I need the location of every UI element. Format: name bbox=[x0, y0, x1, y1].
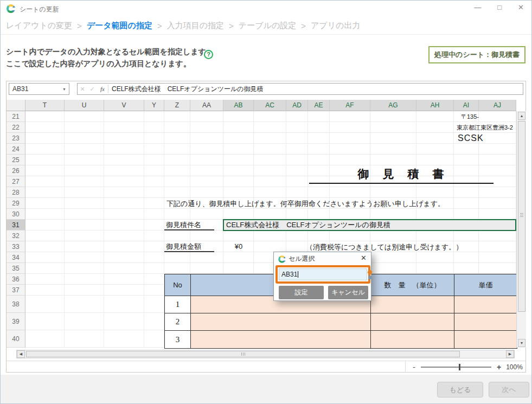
grid-cell[interactable] bbox=[104, 198, 144, 209]
horizontal-scroll-thumb[interactable] bbox=[26, 351, 460, 357]
grid-cell[interactable] bbox=[144, 274, 164, 285]
grid-cell[interactable] bbox=[190, 263, 223, 274]
row-header-31[interactable]: 31 bbox=[7, 220, 25, 230]
zoom-slider-thumb[interactable] bbox=[459, 364, 460, 370]
grid-cell[interactable] bbox=[330, 111, 370, 122]
grid-cell[interactable] bbox=[308, 230, 330, 241]
column-header-Z[interactable]: Z bbox=[164, 100, 190, 111]
row-header-33[interactable]: 33 bbox=[7, 241, 25, 252]
grid-cell[interactable] bbox=[416, 252, 454, 263]
grid-cell[interactable] bbox=[144, 296, 164, 313]
grid-cell[interactable] bbox=[286, 230, 308, 241]
grid-cell[interactable] bbox=[104, 285, 144, 296]
step-input-items[interactable]: 入力項目の指定 bbox=[167, 21, 224, 31]
column-header-AF[interactable]: AF bbox=[330, 100, 370, 111]
grid-cell[interactable] bbox=[65, 296, 104, 313]
row-header-39[interactable]: 39 bbox=[7, 313, 25, 330]
grid-cell[interactable] bbox=[416, 133, 454, 144]
grid-cell[interactable] bbox=[164, 176, 190, 187]
column-header-Y[interactable]: Y bbox=[144, 100, 164, 111]
input-cell[interactable] bbox=[454, 296, 517, 313]
input-cell[interactable] bbox=[371, 331, 454, 348]
grid-cell[interactable] bbox=[223, 165, 254, 176]
grid-cell[interactable] bbox=[286, 187, 308, 198]
grid-cell[interactable] bbox=[144, 165, 164, 176]
grid-cell[interactable] bbox=[65, 122, 104, 133]
grid-cell[interactable] bbox=[330, 133, 370, 144]
grid-cell[interactable] bbox=[254, 187, 286, 198]
column-header-U[interactable]: U bbox=[65, 100, 104, 111]
grid-cell[interactable] bbox=[370, 209, 416, 220]
cancel-icon[interactable]: ✕ bbox=[78, 86, 87, 93]
grid-cell[interactable] bbox=[104, 122, 144, 133]
grid-cell[interactable] bbox=[308, 122, 330, 133]
set-button[interactable]: 設定 bbox=[279, 286, 324, 299]
grid-cell[interactable] bbox=[25, 122, 65, 133]
grid-cell[interactable] bbox=[223, 187, 254, 198]
grid-cell[interactable] bbox=[308, 111, 330, 122]
grid-cell[interactable] bbox=[144, 313, 164, 330]
grid-cell[interactable] bbox=[164, 230, 190, 241]
grid-cell[interactable] bbox=[254, 176, 286, 187]
grid-cell[interactable] bbox=[144, 176, 164, 187]
grid-cell[interactable] bbox=[454, 263, 479, 274]
grid-cell[interactable] bbox=[65, 274, 104, 285]
grid-cell[interactable] bbox=[164, 133, 190, 144]
row-header-29[interactable]: 29 bbox=[7, 198, 25, 209]
grid-cell[interactable] bbox=[370, 155, 416, 165]
grid-cell[interactable] bbox=[223, 252, 254, 263]
grid-cell[interactable] bbox=[190, 111, 223, 122]
grid-cell[interactable] bbox=[416, 144, 454, 155]
grid-cell[interactable] bbox=[25, 285, 65, 296]
grid-cell[interactable] bbox=[25, 274, 65, 285]
column-header-AD[interactable]: AD bbox=[286, 100, 308, 111]
grid-cell[interactable] bbox=[223, 111, 254, 122]
grid-cell[interactable] bbox=[416, 155, 454, 165]
close-button[interactable]: ✕ bbox=[518, 3, 524, 11]
grid-cell[interactable] bbox=[479, 144, 516, 155]
grid-cell[interactable] bbox=[65, 313, 104, 330]
row-header-32[interactable]: 32 bbox=[7, 230, 25, 241]
grid-cell[interactable] bbox=[223, 263, 254, 274]
grid-cell[interactable] bbox=[65, 133, 104, 144]
grid-cell[interactable] bbox=[330, 122, 370, 133]
grid-cell[interactable] bbox=[65, 144, 104, 155]
grid-cell[interactable] bbox=[286, 165, 308, 176]
grid-cell[interactable] bbox=[479, 198, 516, 209]
grid-cell[interactable] bbox=[104, 176, 144, 187]
grid-cell[interactable] bbox=[223, 122, 254, 133]
grid-cell[interactable] bbox=[104, 144, 144, 155]
row-header-25[interactable]: 25 bbox=[7, 155, 25, 165]
grid-cell[interactable] bbox=[190, 144, 223, 155]
step-table-settings[interactable]: テーブルの設定 bbox=[239, 21, 296, 31]
grid-cell[interactable] bbox=[330, 187, 370, 198]
grid-cell[interactable] bbox=[104, 155, 144, 165]
vertical-scrollbar[interactable]: ▲ ▼ bbox=[516, 111, 526, 348]
column-header-AA[interactable]: AA bbox=[190, 100, 223, 111]
grid-cell[interactable] bbox=[330, 144, 370, 155]
grid-cell[interactable] bbox=[144, 155, 164, 165]
grid-cell[interactable] bbox=[479, 230, 516, 241]
grid-cell[interactable] bbox=[65, 241, 104, 252]
grid-cell[interactable] bbox=[144, 285, 164, 296]
column-header-AE[interactable]: AE bbox=[308, 100, 330, 111]
input-cell[interactable] bbox=[371, 313, 454, 331]
grid-cell[interactable] bbox=[25, 313, 65, 330]
grid-cell[interactable] bbox=[144, 220, 164, 230]
horizontal-scrollbar[interactable]: ◀ ▶ bbox=[16, 350, 515, 358]
grid-cell[interactable] bbox=[104, 296, 144, 313]
grid-cell[interactable] bbox=[454, 230, 479, 241]
grid-cell[interactable] bbox=[65, 220, 104, 230]
grid-cell[interactable] bbox=[144, 133, 164, 144]
row-header-37[interactable]: 37 bbox=[7, 285, 25, 296]
row-header-35[interactable]: 35 bbox=[7, 263, 25, 274]
row-header-22[interactable]: 22 bbox=[7, 122, 25, 133]
grid-cell[interactable] bbox=[286, 176, 308, 187]
cell-reference-box[interactable]: AB31 ▼ bbox=[9, 83, 69, 95]
row-header-40[interactable]: 40 bbox=[7, 330, 25, 348]
zoom-in-button[interactable]: + bbox=[497, 363, 501, 371]
grid-cell[interactable] bbox=[308, 155, 330, 165]
grid-cell[interactable] bbox=[286, 122, 308, 133]
grid-cell[interactable] bbox=[25, 209, 65, 220]
grid-cell[interactable] bbox=[190, 165, 223, 176]
